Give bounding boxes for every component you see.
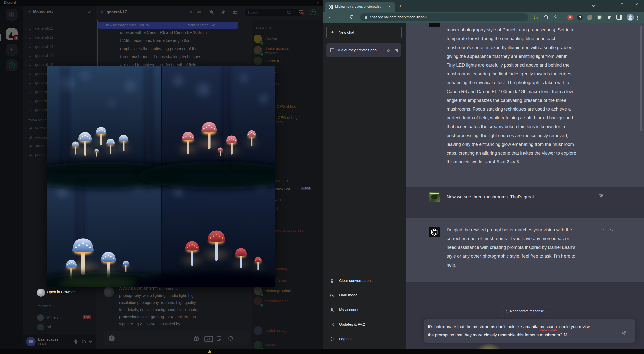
send-icon[interactable] xyxy=(621,330,626,336)
chat-scrollbar[interactable] xyxy=(640,26,642,131)
browser-menu-icon[interactable] xyxy=(637,15,638,21)
sidebar-divider xyxy=(326,271,401,271)
assistant-message-1-text: macro photography style of Daniel Laan (… xyxy=(447,26,597,166)
bottom-letterbox xyxy=(0,349,644,354)
extension-icon-2[interactable]: S xyxy=(577,15,583,20)
regenerate-response-button[interactable]: Regenerate response xyxy=(502,306,547,316)
tab-title: Midjourney creates photorealisti xyxy=(335,5,385,8)
openai-logo-icon xyxy=(429,227,440,237)
extension-icon-1[interactable] xyxy=(567,15,573,20)
delete-conversation-icon[interactable] xyxy=(395,48,399,52)
composer-input[interactable]: It's unfortunate that the mushrooms don'… xyxy=(424,319,635,343)
menu-updates-faq[interactable]: Updates & FAQ xyxy=(325,318,403,330)
scrub-marker xyxy=(208,350,211,353)
conversation-title: Midjourney creates pho xyxy=(337,43,385,57)
discord-window: Discord – □ × 3 + ✓ Midjourney ›#general… xyxy=(0,0,323,354)
share-icon[interactable] xyxy=(543,14,548,21)
browser-tab[interactable]: Midjourney creates photorealisti × xyxy=(325,2,395,12)
chatgpt-sidebar: + New chat Midjourney creates pho Clear … xyxy=(323,23,406,354)
profile-avatar[interactable] xyxy=(627,14,634,21)
composer-text: It's unfortunate that the mushrooms don'… xyxy=(428,323,622,339)
chatgpt-page: + New chat Midjourney creates pho Clear … xyxy=(323,23,644,354)
google-icon[interactable] xyxy=(533,14,539,21)
user-avatar xyxy=(429,192,440,202)
chrome-maximize-icon[interactable]: □ xyxy=(621,2,623,6)
side-panel-icon[interactable] xyxy=(616,15,622,20)
text-caret xyxy=(568,332,568,337)
conversation-item[interactable]: Midjourney creates pho xyxy=(326,43,401,57)
edit-conversation-icon[interactable] xyxy=(387,48,391,52)
assistant-message-1: macro photography style of Daniel Laan (… xyxy=(406,23,644,187)
bookmark-star-icon[interactable]: ☆ xyxy=(553,14,558,20)
extension-icon-4[interactable] xyxy=(597,15,602,20)
forward-icon[interactable]: → xyxy=(339,14,344,19)
new-chat-button[interactable]: + New chat xyxy=(326,26,402,39)
plus-icon: + xyxy=(331,26,334,39)
assistant-message-2: I'm glad the revised prompt better match… xyxy=(406,218,644,282)
thumbs-up-icon[interactable] xyxy=(600,227,605,232)
extension-icon-3[interactable] xyxy=(587,15,592,20)
user-message-text: Now we see three mushrooms. That's great… xyxy=(447,194,535,200)
extensions-puzzle-icon[interactable] xyxy=(607,15,612,21)
menu-clear-conversations[interactable]: Clear conversations xyxy=(325,275,403,287)
new-tab-icon[interactable]: + xyxy=(399,3,402,9)
edit-message-icon[interactable] xyxy=(598,194,603,199)
menu-my-account[interactable]: My account xyxy=(325,304,403,316)
reload-icon[interactable] xyxy=(349,14,354,21)
chrome-close-icon[interactable]: × xyxy=(635,2,638,7)
url-text: chat.openai.com/chat?model=gpt-4 xyxy=(370,15,427,19)
lightbox-image[interactable] xyxy=(47,66,275,287)
misspelled-word: muscaria xyxy=(540,324,557,329)
menu-dark-mode[interactable]: Dark mode xyxy=(325,289,403,301)
tab-favicon-openai-icon xyxy=(329,5,333,9)
lightbox-avatar xyxy=(37,289,45,297)
back-icon[interactable]: ← xyxy=(328,14,333,19)
menu-log-out[interactable]: Log out xyxy=(325,333,403,345)
assistant-avatar-partial xyxy=(429,23,440,27)
tab-close-icon[interactable]: × xyxy=(388,4,391,9)
open-in-browser-link[interactable]: Open in Browser xyxy=(47,290,75,294)
assistant-message-2-text: I'm glad the revised prompt better match… xyxy=(447,226,597,270)
chrome-window: Midjourney creates photorealisti × + – □… xyxy=(323,0,644,354)
browser-toolbar: ← → chat.openai.com/chat?model=gpt-4 ☆ S xyxy=(323,12,644,23)
thumbs-down-icon[interactable] xyxy=(609,227,614,232)
regenerate-icon xyxy=(505,309,509,313)
chrome-minimize-icon[interactable]: – xyxy=(606,2,608,6)
window-chevron-icon[interactable] xyxy=(592,4,595,7)
address-bar[interactable]: chat.openai.com/chat?model=gpt-4 xyxy=(360,13,528,21)
